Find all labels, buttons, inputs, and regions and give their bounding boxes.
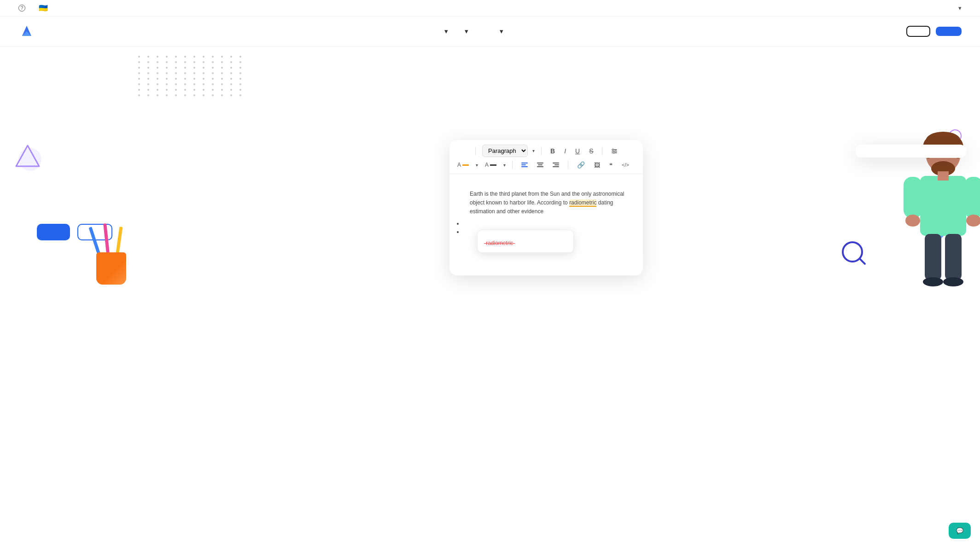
dot	[239, 61, 241, 63]
pencil-cup-illustration	[94, 211, 145, 285]
svg-rect-17	[553, 166, 559, 167]
dot	[221, 89, 223, 91]
lang-arrow-icon[interactable]: ▾	[958, 5, 962, 12]
projects-button[interactable]	[936, 27, 962, 36]
svg-point-34	[943, 277, 963, 286]
undo-button[interactable]	[455, 150, 460, 152]
dot	[147, 89, 149, 91]
dot	[212, 89, 214, 91]
dot	[166, 56, 168, 58]
dot	[157, 72, 158, 74]
dot	[184, 67, 186, 69]
editor-toolbar: Paragraph Heading 1 Heading 2 ▾ B I U S	[449, 140, 643, 174]
chevron-down-icon-paragraph: ▾	[532, 148, 535, 153]
tooltip-box: -radiometric-	[477, 230, 574, 253]
terms-panel	[856, 145, 966, 158]
dot	[157, 83, 158, 85]
dot	[166, 78, 168, 80]
logo[interactable]	[18, 23, 40, 40]
dot	[175, 61, 177, 63]
nav-link-features[interactable]: ▾	[463, 27, 468, 35]
dot	[193, 83, 195, 85]
dot	[203, 89, 204, 91]
highlighted-word[interactable]: radiometric	[569, 199, 596, 207]
topbar-left: ? 🇺🇦	[18, 4, 50, 12]
dot	[230, 61, 232, 63]
svg-rect-13	[538, 164, 542, 165]
magnifier-handle	[859, 258, 866, 265]
code-button[interactable]: </>	[619, 161, 631, 169]
bold-button[interactable]: B	[548, 146, 557, 156]
dot	[147, 61, 149, 63]
dot	[184, 89, 186, 91]
settings-icon	[611, 148, 618, 154]
dot	[212, 61, 214, 63]
help-link[interactable]: ?	[18, 5, 28, 12]
italic-button[interactable]: I	[562, 146, 568, 156]
dot	[230, 56, 232, 58]
svg-rect-16	[554, 164, 559, 165]
align-center-button[interactable]	[535, 161, 546, 169]
dot	[221, 83, 223, 85]
dot	[193, 67, 195, 69]
settings-button[interactable]	[609, 146, 620, 156]
align-right-button[interactable]	[550, 161, 561, 169]
editor-paragraph: Earth is the third planet from the Sun a…	[470, 190, 636, 216]
chevron-down-icon: ▾	[500, 27, 503, 35]
align-center-icon	[537, 162, 543, 168]
toolbar-separator-2	[541, 147, 542, 155]
dot	[138, 72, 140, 74]
dot	[230, 89, 232, 91]
align-left-button[interactable]	[519, 161, 530, 169]
dot	[157, 56, 158, 58]
dot	[175, 78, 177, 80]
dot	[166, 67, 168, 69]
dot	[147, 56, 149, 58]
align-right-icon	[553, 162, 559, 168]
dot	[138, 83, 140, 85]
logout-button[interactable]	[906, 26, 930, 37]
dot	[184, 72, 186, 74]
align-left-icon	[521, 162, 528, 168]
editor-body[interactable]: Earth is the third planet from the Sun a…	[449, 174, 643, 275]
redo-button[interactable]	[464, 150, 469, 152]
dot	[193, 78, 195, 80]
nav-link-why[interactable]: ▾	[443, 27, 448, 35]
logo-icon	[18, 23, 35, 40]
dot	[184, 83, 186, 85]
toolbar-separator-5	[568, 161, 568, 169]
text-color-button[interactable]: A	[483, 160, 499, 169]
dot	[221, 67, 223, 69]
chevron-down-icon: ▾	[444, 27, 448, 35]
nav-link-sources[interactable]: ▾	[498, 27, 503, 35]
highlight-color-button[interactable]: A	[455, 160, 471, 169]
dot	[147, 72, 149, 74]
dot	[221, 61, 223, 63]
svg-rect-25	[920, 176, 966, 236]
svg-point-29	[905, 215, 920, 227]
dot	[184, 56, 186, 58]
dot	[147, 83, 149, 85]
dot	[239, 72, 241, 74]
dot	[212, 56, 214, 58]
svg-rect-12	[537, 163, 543, 163]
image-button[interactable]: 🖼	[592, 160, 602, 170]
dot	[138, 89, 140, 91]
link-button[interactable]: 🔗	[575, 160, 587, 170]
dot	[166, 72, 168, 74]
hero-section: const dotsContainer = document.querySele…	[0, 47, 980, 360]
dot	[230, 83, 232, 85]
svg-point-7	[615, 150, 617, 152]
hero-title	[37, 175, 112, 207]
dot	[175, 67, 177, 69]
paragraph-select[interactable]: Paragraph Heading 1 Heading 2	[482, 145, 528, 157]
dot	[239, 56, 241, 58]
dot	[193, 94, 195, 96]
hero-projects-button[interactable]	[37, 224, 70, 240]
strikethrough-button[interactable]: S	[587, 146, 595, 156]
ukraine-link[interactable]: 🇺🇦	[39, 4, 50, 12]
hero-visual: Paragraph Heading 1 Heading 2 ▾ B I U S	[112, 140, 962, 275]
underline-button[interactable]: U	[573, 146, 582, 156]
quote-button[interactable]: ❝	[607, 160, 615, 170]
svg-point-33	[923, 277, 943, 286]
